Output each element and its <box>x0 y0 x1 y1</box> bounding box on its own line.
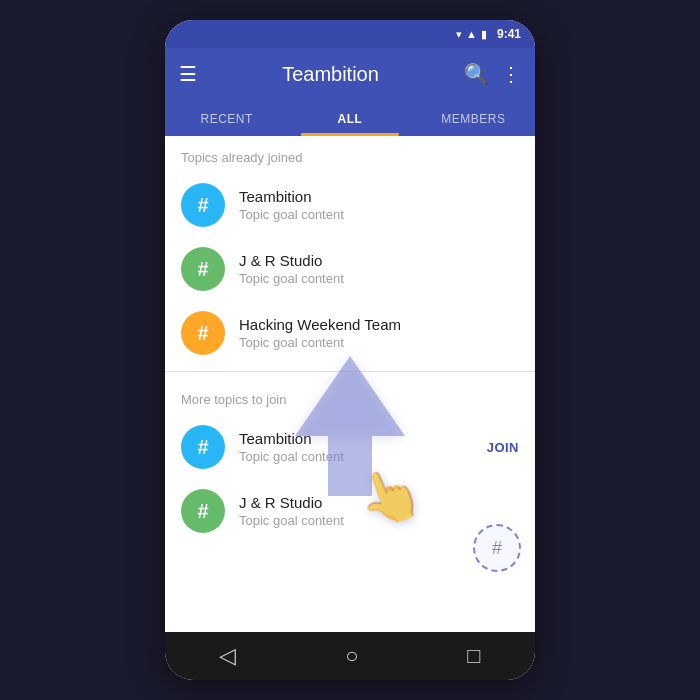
tab-bar: RECENT ALL MEMBERS <box>165 100 535 136</box>
avatar: # <box>181 183 225 227</box>
app-bar: ☰ Teambition 🔍 ⋮ <box>165 48 535 100</box>
bottom-nav: ◁ ○ □ <box>165 632 535 680</box>
topic-info: Teambition Topic goal content <box>239 188 519 222</box>
topic-info: J & R Studio Topic goal content <box>239 252 519 286</box>
signal-icon: ▲ <box>466 28 477 40</box>
topic-name: Teambition <box>239 430 473 447</box>
tab-members[interactable]: MEMBERS <box>412 100 535 136</box>
topic-sub: Topic goal content <box>239 271 519 286</box>
menu-icon[interactable]: ☰ <box>179 62 197 86</box>
battery-icon: ▮ <box>481 28 487 41</box>
divider <box>165 371 535 372</box>
list-item[interactable]: # Hacking Weekend Team Topic goal conten… <box>165 301 535 365</box>
topic-info: J & R Studio Topic goal content <box>239 494 519 528</box>
avatar: # <box>181 425 225 469</box>
topic-info: Teambition Topic goal content <box>239 430 473 464</box>
recent-button[interactable]: □ <box>447 637 500 675</box>
status-icons: ▾ ▲ ▮ <box>456 28 487 41</box>
status-bar: ▾ ▲ ▮ 9:41 <box>165 20 535 48</box>
wifi-icon: ▾ <box>456 28 462 41</box>
status-time: 9:41 <box>497 27 521 41</box>
phone-frame: ▾ ▲ ▮ 9:41 ☰ Teambition 🔍 ⋮ RECENT ALL M… <box>165 20 535 680</box>
list-item[interactable]: # Teambition Topic goal content JOIN <box>165 415 535 479</box>
more-section-label: More topics to join <box>165 378 535 415</box>
search-icon[interactable]: 🔍 <box>464 62 489 86</box>
app-title: Teambition <box>209 63 452 86</box>
topic-info: Hacking Weekend Team Topic goal content <box>239 316 519 350</box>
more-icon[interactable]: ⋮ <box>501 62 521 86</box>
avatar: # <box>181 311 225 355</box>
tab-all[interactable]: ALL <box>288 100 411 136</box>
topic-name: Teambition <box>239 188 519 205</box>
list-item[interactable]: # J & R Studio Topic goal content <box>165 479 535 543</box>
list-item[interactable]: # J & R Studio Topic goal content <box>165 237 535 301</box>
topic-sub: Topic goal content <box>239 335 519 350</box>
home-button[interactable]: ○ <box>325 637 378 675</box>
avatar: # <box>181 247 225 291</box>
tab-recent[interactable]: RECENT <box>165 100 288 136</box>
main-content: Topics already joined # Teambition Topic… <box>165 136 535 632</box>
back-button[interactable]: ◁ <box>199 637 256 675</box>
join-button[interactable]: JOIN <box>487 440 519 455</box>
topic-name: J & R Studio <box>239 252 519 269</box>
list-item[interactable]: # Teambition Topic goal content <box>165 173 535 237</box>
topic-sub: Topic goal content <box>239 513 519 528</box>
avatar: # <box>181 489 225 533</box>
topic-name: Hacking Weekend Team <box>239 316 519 333</box>
topic-sub: Topic goal content <box>239 207 519 222</box>
topic-name: J & R Studio <box>239 494 519 511</box>
joined-section-label: Topics already joined <box>165 136 535 173</box>
topic-sub: Topic goal content <box>239 449 473 464</box>
